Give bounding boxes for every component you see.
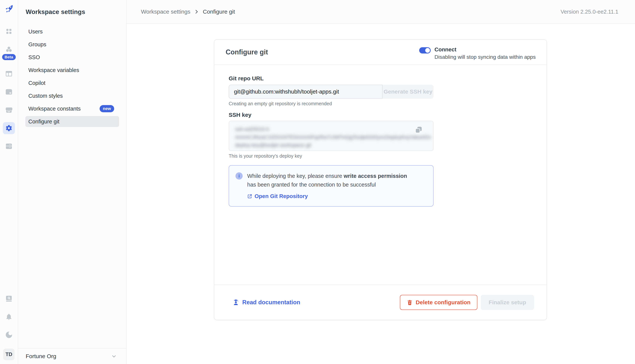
trash-icon	[407, 299, 413, 306]
sidebar-item-label: Groups	[28, 42, 46, 48]
card-body: Git repo URL Generate SSH key Creating a…	[214, 65, 546, 206]
settings-sidebar: Workspace settings Users Groups SSO Work…	[18, 0, 126, 364]
copy-icon[interactable]	[414, 126, 423, 134]
info-text: While deploying the key, please ensure w…	[247, 172, 414, 189]
app-root: Beta	[0, 0, 635, 364]
sidebar-item-configure-git[interactable]: Configure git	[25, 116, 119, 127]
workspace-settings-icon[interactable]	[3, 122, 15, 134]
ssh-key-helper: This is your repository's deploy key	[229, 153, 546, 159]
breadcrumb-parent[interactable]: Workspace settings	[141, 8, 190, 15]
database-icon[interactable]	[3, 140, 15, 152]
ssh-key-box: ssh-ed25519 A AAAAC3NzaC1lZDI1NTE5AAAAIF…	[229, 121, 434, 151]
external-link-icon	[247, 194, 252, 199]
sidebar-item-label: Users	[28, 28, 43, 35]
main-area: Workspace settings Configure git Version…	[126, 0, 635, 364]
notifications-bell-icon[interactable]	[3, 311, 15, 323]
info-icon: i	[236, 172, 243, 180]
card-header: Configure git Connect Disabling will sto…	[214, 40, 546, 65]
git-repo-helper: Creating an empty git repository is reco…	[229, 101, 546, 106]
open-git-repository-link[interactable]: Open Git Repository	[247, 193, 414, 200]
ssh-key-label: SSH key	[229, 112, 546, 118]
ssh-key-redacted-text: ssh-ed25519 A AAAAC3NzaC1lZDI1NTE5AAAAIF…	[235, 125, 410, 149]
apps-icon[interactable]	[3, 25, 15, 38]
card-footer: Read documentation Delete configuration …	[214, 284, 546, 320]
card-title: Configure git	[226, 48, 268, 56]
connect-toggle[interactable]	[419, 47, 431, 54]
chevron-right-icon	[194, 9, 200, 14]
git-repo-url-input[interactable]	[229, 85, 382, 99]
sidebar-item-label: Custom styles	[28, 93, 63, 99]
connect-text-group: Connect Disabling will stop syncing data…	[434, 46, 536, 60]
info-content: While deploying the key, please ensure w…	[247, 172, 414, 200]
marketplace-icon[interactable]	[3, 104, 15, 116]
sidebar-item-workspace-constants[interactable]: Workspace constants new	[25, 103, 119, 114]
git-repo-input-row: Generate SSH key	[229, 85, 434, 99]
chevron-down-icon	[111, 354, 117, 359]
version-label: Version 2.25.0-ee2.11.1	[560, 9, 618, 15]
org-name: Fortune Org	[26, 353, 56, 360]
new-badge: new	[100, 105, 114, 112]
breadcrumb-current: Configure git	[203, 8, 235, 15]
icon-rail: Beta	[0, 0, 18, 364]
connect-label: Connect	[434, 46, 536, 53]
dark-mode-moon-icon[interactable]	[3, 329, 15, 341]
sidebar-item-copilot[interactable]: Copilot	[25, 78, 119, 88]
git-repo-url-label: Git repo URL	[229, 75, 546, 82]
sidebar-item-sso[interactable]: SSO	[25, 52, 119, 63]
sidebar-item-label: Configure git	[28, 118, 59, 125]
sidebar-item-workspace-variables[interactable]: Workspace variables	[25, 65, 119, 76]
sidebar-item-label: Workspace variables	[28, 67, 79, 73]
student-cap-icon	[232, 299, 239, 306]
finalize-setup-button[interactable]: Finalize setup	[481, 295, 534, 310]
data-sources-icon[interactable]	[3, 86, 15, 98]
topbar: Workspace settings Configure git Version…	[126, 0, 635, 24]
tooljet-logo-icon[interactable]	[4, 4, 14, 14]
documentation-icon[interactable]	[3, 292, 15, 305]
sidebar-item-users[interactable]: Users	[25, 26, 119, 37]
sidebar-nav-list: Users Groups SSO Workspace variables Cop…	[18, 26, 126, 127]
deploy-key-info-box: i While deploying the key, please ensure…	[229, 165, 434, 206]
beta-badge: Beta	[1, 53, 16, 61]
sidebar-item-label: Workspace constants	[28, 106, 81, 112]
org-switcher[interactable]: Fortune Org	[18, 348, 126, 364]
sidebar-item-custom-styles[interactable]: Custom styles	[25, 90, 119, 101]
workflows-beta-group: Beta	[3, 44, 15, 56]
toggle-knob	[425, 48, 430, 53]
connect-toggle-group: Connect Disabling will stop syncing data…	[419, 46, 536, 60]
sidebar-item-label: SSO	[28, 54, 40, 60]
configure-git-card: Configure git Connect Disabling will sto…	[214, 39, 547, 320]
user-avatar[interactable]: TD	[3, 348, 14, 360]
sidebar-item-groups[interactable]: Groups	[25, 39, 119, 50]
sidebar-item-label: Copilot	[28, 80, 45, 86]
sidebar-title: Workspace settings	[26, 8, 126, 16]
rail-bottom-group: TD	[3, 292, 15, 360]
connect-description: Disabling will stop syncing data within …	[434, 54, 536, 60]
generate-ssh-key-button[interactable]: Generate SSH key	[382, 85, 434, 99]
read-documentation-link[interactable]: Read documentation	[232, 299, 300, 306]
dashboards-icon[interactable]	[3, 68, 15, 80]
delete-configuration-button[interactable]: Delete configuration	[400, 295, 478, 310]
